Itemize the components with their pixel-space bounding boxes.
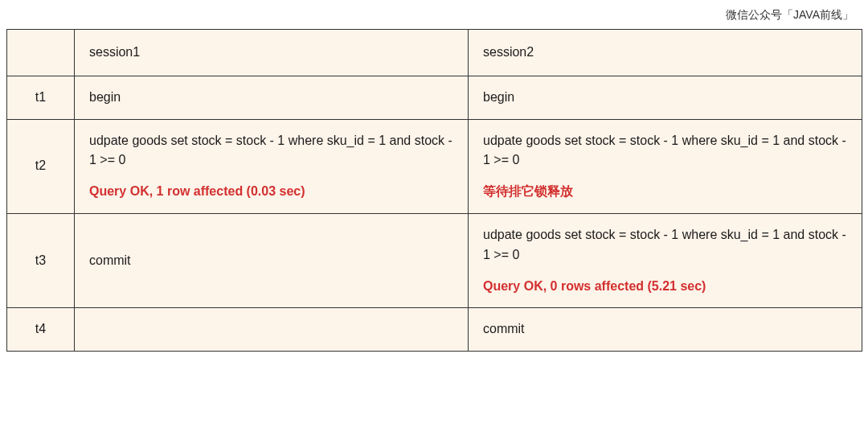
sql-text: commit [483, 319, 847, 339]
cell-s2: udpate goods set stock = stock - 1 where… [469, 119, 862, 213]
header-session1: session1 [75, 30, 469, 76]
sql-text: commit [89, 251, 453, 271]
header-time [7, 30, 75, 76]
sql-text: begin [483, 88, 847, 108]
result-text: 等待排它锁释放 [483, 182, 847, 202]
cell-s1: begin [75, 76, 469, 119]
table-header-row: session1 session2 [7, 30, 862, 76]
table-row: t3 commit udpate goods set stock = stock… [7, 213, 862, 307]
cell-s1: commit [75, 213, 469, 307]
cell-s1 [75, 308, 469, 352]
table-row: t1 begin begin [7, 76, 862, 119]
table-row: t4 commit [7, 308, 862, 352]
result-text: Query OK, 1 row affected (0.03 sec) [89, 182, 453, 202]
cell-time: t3 [7, 213, 75, 307]
cell-s2: begin [469, 76, 862, 119]
cell-s1: udpate goods set stock = stock - 1 where… [75, 119, 469, 213]
session-table: session1 session2 t1 begin begin t2 udpa… [6, 29, 862, 352]
caption: 微信公众号「JAVA前线」 [6, 5, 862, 29]
cell-s2: commit [469, 308, 862, 352]
sql-text: udpate goods set stock = stock - 1 where… [89, 131, 453, 171]
cell-time: t1 [7, 76, 75, 119]
table-row: t2 udpate goods set stock = stock - 1 wh… [7, 119, 862, 213]
sql-text: udpate goods set stock = stock - 1 where… [483, 131, 847, 171]
result-text: Query OK, 0 rows affected (5.21 sec) [483, 277, 847, 297]
header-session2: session2 [469, 30, 862, 76]
cell-s2: udpate goods set stock = stock - 1 where… [469, 213, 862, 307]
cell-time: t2 [7, 119, 75, 213]
sql-text: udpate goods set stock = stock - 1 where… [483, 225, 847, 265]
cell-time: t4 [7, 308, 75, 352]
sql-text: begin [89, 88, 453, 108]
